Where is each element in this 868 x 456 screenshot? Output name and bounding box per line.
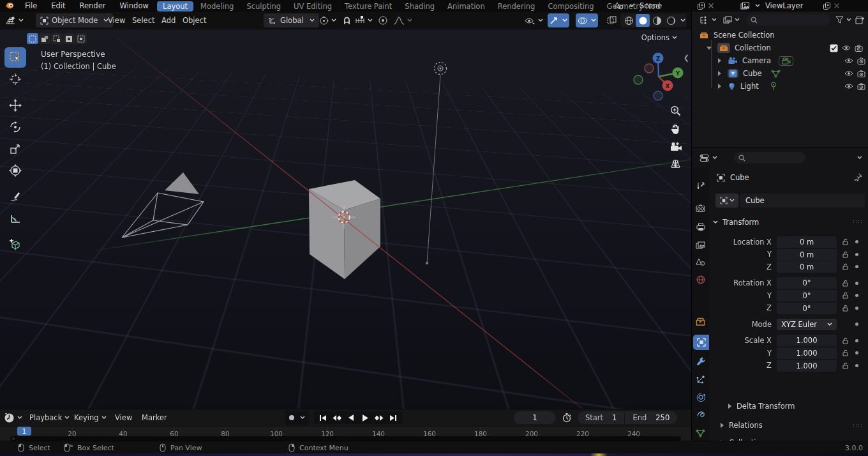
show-overlays-toggle[interactable]: [576, 13, 598, 27]
animate-dot[interactable]: [855, 294, 858, 297]
prev-keyframe-button[interactable]: [331, 413, 343, 423]
viewport-3d[interactable]: User Perspective (1) Collection | Cube O…: [0, 29, 691, 409]
pin-icon[interactable]: [854, 173, 862, 181]
tab-view-layer[interactable]: [692, 238, 709, 253]
start-frame-field[interactable]: Start 1: [578, 411, 624, 424]
tab-shading[interactable]: Shading: [399, 1, 440, 11]
object-type-visibility-dropdown[interactable]: [525, 13, 543, 27]
shading-material-button[interactable]: [650, 14, 664, 27]
move-tool[interactable]: [4, 95, 26, 116]
measure-tool[interactable]: [4, 208, 26, 229]
view-layer-name[interactable]: ViewLayer: [765, 1, 820, 10]
rotation-z-field[interactable]: 0°: [777, 303, 837, 314]
breadcrumb-label[interactable]: Cube: [730, 173, 749, 182]
tab-scene[interactable]: [692, 254, 709, 270]
chevron-down-icon[interactable]: [629, 4, 634, 8]
lock-icon[interactable]: [842, 337, 849, 344]
menu-window[interactable]: Window: [112, 0, 155, 11]
tab-constraints[interactable]: [692, 407, 709, 423]
animate-dot[interactable]: [855, 253, 858, 256]
annotate-tool[interactable]: [4, 186, 26, 207]
hide-eye-icon[interactable]: [844, 83, 853, 89]
light-data-icon[interactable]: [770, 82, 777, 91]
keying-menu[interactable]: Keying: [74, 411, 107, 425]
jump-to-start-button[interactable]: [317, 413, 329, 423]
location-z-field[interactable]: 0 m: [777, 261, 837, 273]
gizmo-minus-y[interactable]: [634, 75, 643, 84]
light-object[interactable]: [426, 63, 447, 265]
mesh-data-icon[interactable]: [771, 70, 781, 78]
shading-solid-button[interactable]: [636, 14, 650, 27]
tab-modeling[interactable]: Modeling: [195, 1, 239, 11]
scale-tool[interactable]: [4, 139, 26, 159]
view-menu[interactable]: View: [115, 411, 132, 425]
menu-render[interactable]: Render: [73, 0, 113, 11]
tab-tool[interactable]: [692, 178, 709, 194]
disable-render-icon[interactable]: [857, 70, 865, 77]
rotation-x-field[interactable]: 0°: [777, 277, 837, 289]
unlink-scene-button[interactable]: [708, 3, 714, 9]
lock-icon[interactable]: [842, 238, 849, 245]
lock-icon[interactable]: [842, 292, 849, 299]
menu-edit[interactable]: Edit: [44, 0, 72, 11]
outliner-row-light[interactable]: Light: [692, 80, 868, 93]
current-frame-field[interactable]: 1: [514, 411, 556, 424]
end-frame-field[interactable]: End 250: [624, 411, 677, 424]
pan-button[interactable]: [670, 123, 682, 135]
use-preview-range-toggle[interactable]: [562, 413, 572, 423]
disable-render-icon[interactable]: [857, 57, 865, 65]
scale-x-field[interactable]: 1.000: [777, 335, 837, 346]
tab-texture-paint[interactable]: Texture Paint: [339, 1, 398, 11]
tab-layout[interactable]: Layout: [157, 1, 193, 11]
next-keyframe-button[interactable]: [373, 413, 385, 423]
tab-output[interactable]: [692, 219, 709, 234]
rotation-y-field[interactable]: 0°: [777, 290, 837, 301]
camera-data-icon[interactable]: [779, 56, 793, 66]
tab-object-data[interactable]: [692, 425, 709, 441]
lock-icon[interactable]: [842, 251, 849, 258]
playhead[interactable]: 1: [17, 427, 31, 436]
lock-icon[interactable]: [842, 349, 849, 356]
animate-dot[interactable]: [855, 364, 858, 367]
timeline-ruler[interactable]: 20 40 60 80 100 120 140 160 180 200 220 …: [0, 426, 691, 441]
rotation-mode-dropdown[interactable]: XYZ Euler: [777, 319, 837, 330]
disable-render-icon[interactable]: [855, 45, 863, 52]
object-type-button[interactable]: [715, 194, 738, 208]
disclosure-triangle[interactable]: [707, 47, 712, 50]
pivot-point-dropdown[interactable]: [319, 13, 336, 27]
snap-toggle[interactable]: [342, 13, 352, 27]
outliner-row-cube[interactable]: Cube: [692, 67, 868, 80]
exclude-checkbox[interactable]: [830, 44, 838, 52]
timeline-scrollbar[interactable]: [10, 436, 681, 441]
play-reverse-button[interactable]: [345, 413, 357, 423]
outliner-filter-button[interactable]: [835, 16, 851, 24]
xray-toggle[interactable]: [605, 13, 619, 27]
select-extend-button[interactable]: [39, 33, 50, 44]
properties-search-input[interactable]: [734, 152, 805, 163]
play-button[interactable]: [359, 413, 371, 423]
tab-modifiers[interactable]: [692, 353, 709, 369]
properties-editor-type-button[interactable]: [700, 154, 717, 162]
disable-render-icon[interactable]: [857, 83, 865, 90]
disclosure-triangle[interactable]: [718, 58, 721, 63]
new-scene-button[interactable]: [697, 2, 705, 10]
gizmo-minus-z[interactable]: [654, 91, 662, 100]
hide-eye-icon[interactable]: [842, 45, 851, 51]
panel-grip-icon[interactable]: [853, 220, 862, 223]
transform-tool[interactable]: [4, 160, 26, 181]
animate-dot[interactable]: [855, 323, 858, 326]
animate-dot[interactable]: [855, 265, 858, 268]
shading-wireframe-button[interactable]: [622, 14, 636, 27]
gizmo-minus-x[interactable]: [645, 64, 654, 73]
panel-grip-icon[interactable]: [853, 424, 862, 427]
relations-panel[interactable]: Relations: [709, 418, 868, 432]
lock-icon[interactable]: [842, 263, 849, 270]
disclosure-triangle[interactable]: [718, 71, 721, 76]
tab-compositing[interactable]: Compositing: [542, 1, 599, 11]
location-x-field[interactable]: 0 m: [777, 236, 837, 248]
blender-logo-icon[interactable]: [4, 1, 14, 10]
location-y-field[interactable]: 0 m: [777, 249, 837, 261]
object-name-field[interactable]: Cube: [740, 194, 865, 208]
tab-sculpting[interactable]: Sculpting: [241, 1, 287, 11]
tab-rendering[interactable]: Rendering: [492, 1, 541, 11]
